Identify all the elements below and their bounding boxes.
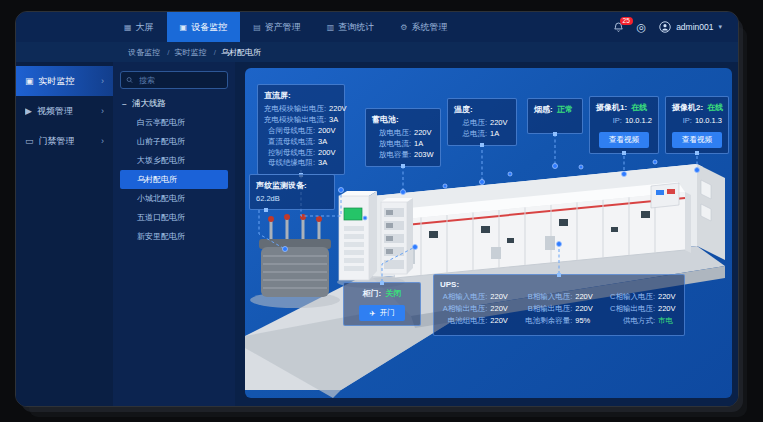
app-window: ▦ 大屏 ▣ 设备监控 ▤ 资产管理 ▥ 查询统计 [15, 11, 739, 407]
user-menu[interactable]: admin001 ▾ [659, 21, 722, 33]
sidebar-item[interactable]: ▭ 门禁管理 › [16, 126, 113, 156]
panel-camera1: 摄像机1: 在线 IP: 10.0.1.2 查看视频 [589, 96, 659, 154]
panel-row: 充电模块输出电流:3A [264, 115, 338, 126]
nav-tab-icon: ▤ [253, 23, 261, 32]
nav-tab-label: 大屏 [136, 21, 154, 34]
panel-title: 烟感: [534, 105, 553, 114]
sidebar-item[interactable]: ▣ 实时监控 › [16, 66, 113, 96]
panel-row: C相输入电压:220V [607, 292, 678, 303]
nav-tab-icon: ⚙ [400, 23, 407, 32]
sidebar-item-icon: ▭ [25, 136, 34, 146]
nav-tab-icon: ▥ [327, 23, 335, 32]
smoke-status: 正常 [557, 105, 573, 114]
camera2-ip: 10.0.1.3 [695, 116, 722, 127]
nav-tab-label: 查询统计 [338, 21, 374, 34]
fullscreen-icon[interactable]: ◎ [637, 22, 647, 33]
chevron-right-icon: › [101, 76, 104, 86]
panel-battery: 蓄电池: 放电电压:220V 放电电流:1A [365, 108, 441, 167]
tree-item[interactable]: 小城北配电所 [120, 189, 228, 208]
collapse-icon[interactable]: − [122, 99, 127, 109]
breadcrumb-item[interactable]: 设备监控 [128, 47, 174, 58]
nav-tab-label: 设备监控 [191, 21, 227, 34]
panel-row: 供电方式:市电 [607, 316, 678, 327]
breadcrumb-bar: 设备监控 实时监控 乌村配电所 [16, 42, 738, 62]
panel-ups: UPS: A相输入电压:220V B相输入电压:220V [433, 274, 685, 336]
chevron-right-icon: › [101, 106, 104, 116]
panel-row: 电池组电压:220V [440, 316, 510, 327]
notifications-button[interactable]: 25 [613, 22, 624, 33]
nav-tab[interactable]: ▥ 查询统计 [314, 12, 388, 42]
panel-row: 充电模块输出电压:220V [264, 104, 338, 115]
tree-item[interactable]: 大坂乡配电所 [120, 151, 228, 170]
tree-item[interactable]: 乌村配电所 [120, 170, 228, 189]
ip-label: IP: [672, 116, 692, 127]
nav-tab-label: 资产管理 [265, 21, 301, 34]
door-status: 关闭 [385, 289, 401, 298]
panel-title: 摄像机2: [672, 103, 703, 112]
panel-temperature: 温度: 总电压:220V 总电流:1A [447, 98, 517, 146]
nav-tab[interactable]: ▤ 资产管理 [240, 12, 314, 42]
nav-tab-icon: ▦ [124, 23, 132, 32]
panel-row: 直流母线电流:3A [264, 137, 338, 148]
panel-title: 摄像机1: [596, 103, 627, 112]
open-door-button[interactable]: ✈ 开门 [359, 305, 404, 321]
nav-tab-label: 系统管理 [411, 21, 447, 34]
open-door-icon: ✈ [369, 309, 375, 318]
nav-tab[interactable]: ▣ 设备监控 [167, 12, 241, 42]
sidebar-item-icon: ▣ [25, 76, 34, 86]
station-3d-view[interactable]: 直流屏: 充电模块输出电压:220V 充电模块输出电流:3A [245, 68, 732, 398]
camera2-status: 在线 [707, 103, 723, 112]
avatar-icon [659, 21, 671, 33]
search-icon [126, 76, 133, 84]
tree-search[interactable] [120, 71, 228, 89]
panel-smoke: 烟感: 正常 [527, 98, 583, 134]
chevron-right-icon: › [101, 136, 104, 146]
nav-tabs: ▦ 大屏 ▣ 设备监控 ▤ 资产管理 ▥ 查询统计 [111, 12, 460, 42]
panel-acoustic: 声纹监测设备: 62.2dB [249, 174, 335, 210]
tree-item[interactable]: 五道口配电所 [120, 208, 228, 227]
view-video-button[interactable]: 查看视频 [672, 132, 722, 148]
view-video-button[interactable]: 查看视频 [599, 132, 649, 148]
username: admin001 [676, 22, 713, 32]
panel-camera2: 摄像机2: 在线 IP: 10.0.1.3 查看视频 [665, 96, 729, 154]
panel-title: 温度: [454, 104, 510, 115]
panel-row: 合闸母线电压:200V [264, 126, 338, 137]
transformer-3d[interactable] [250, 214, 340, 308]
station-tree-panel: − 浦大线路 白云亭配电所 山前子配电所 大坂乡配电所 乌村配电所 小城北配电所… [113, 62, 235, 407]
sidebar-item[interactable]: ▶ 视频管理 › [16, 96, 113, 126]
panel-row: 母线绝缘电阻:3A [264, 158, 338, 169]
panel-row: B相输入电压:220V [522, 292, 595, 303]
tree-root-node[interactable]: − 浦大线路 [122, 98, 228, 110]
tree-item[interactable]: 山前子配电所 [120, 132, 228, 151]
nav-tab[interactable]: ⚙ 系统管理 [387, 12, 460, 42]
chevron-down-icon: ▾ [718, 23, 722, 31]
panel-title: UPS: [440, 280, 678, 289]
panel-title: 声纹监测设备: [256, 180, 328, 191]
search-input[interactable] [137, 75, 222, 86]
panel-title: 蓄电池: [372, 114, 434, 125]
sidebar: ▣ 实时监控 › ▶ 视频管理 › ▭ 门禁管理 › [16, 62, 113, 407]
panel-row: 总电压:220V [454, 118, 510, 129]
panel-dc-screen: 直流屏: 充电模块输出电压:220V 充电模块输出电流:3A [257, 84, 345, 175]
tree-root-label: 浦大线路 [132, 98, 166, 110]
panel-row: 放电电压:220V [372, 128, 434, 139]
panel-row: A相输入电压:220V [440, 292, 510, 303]
camera1-ip: 10.0.1.2 [625, 116, 652, 127]
panel-row: 控制母线电压:200V [264, 148, 338, 159]
ip-label: IP: [596, 116, 622, 127]
nav-tab[interactable]: ▦ 大屏 [111, 12, 167, 42]
breadcrumb-item[interactable]: 乌村配电所 [221, 47, 261, 58]
top-navbar: ▦ 大屏 ▣ 设备监控 ▤ 资产管理 ▥ 查询统计 [16, 12, 738, 42]
tree-item[interactable]: 新安里配电所 [120, 227, 228, 246]
notification-badge: 25 [620, 17, 633, 25]
panel-row: B相输出电压:220V [522, 304, 595, 315]
sidebar-item-label: 门禁管理 [39, 135, 75, 148]
panel-title: 直流屏: [264, 90, 338, 101]
panel-row: 放电电流:1A [372, 139, 434, 150]
breadcrumb-item[interactable]: 实时监控 [174, 47, 220, 58]
acoustic-value: 62.2dB [256, 194, 328, 203]
nav-tab-icon: ▣ [180, 23, 188, 32]
sidebar-item-label: 视频管理 [37, 105, 73, 118]
sidebar-item-label: 实时监控 [39, 75, 75, 88]
tree-item[interactable]: 白云亭配电所 [120, 113, 228, 132]
